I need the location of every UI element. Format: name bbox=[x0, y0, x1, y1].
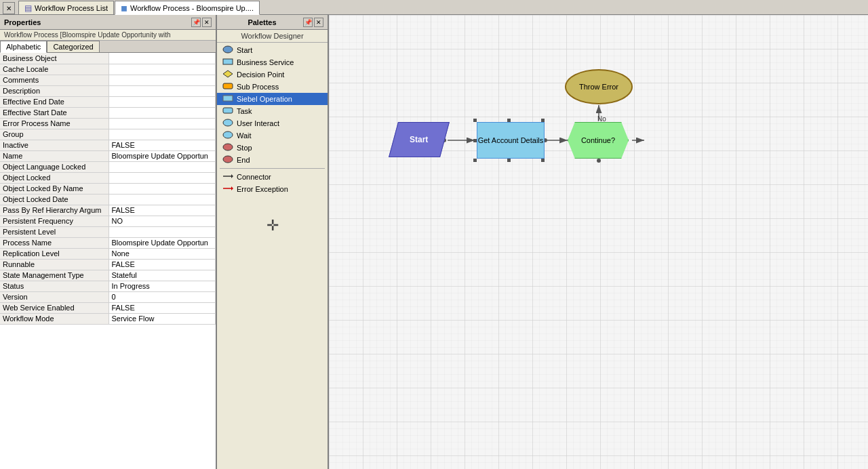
business-service-shape-icon bbox=[222, 58, 233, 67]
tab-workflow-list-label: Workflow Process List bbox=[35, 4, 108, 12]
decision-point-shape-icon bbox=[222, 70, 233, 79]
svg-marker-11 bbox=[231, 174, 233, 178]
palette-item-task[interactable]: Task bbox=[217, 105, 328, 117]
list-icon: ▤ bbox=[24, 3, 32, 13]
palette-item-connector[interactable]: Connector bbox=[217, 171, 328, 183]
table-row: RunnableFALSE bbox=[0, 259, 216, 270]
end-shape-icon bbox=[222, 155, 233, 165]
palette-item-user-interact[interactable]: User Interact bbox=[217, 117, 328, 129]
table-row: Comments bbox=[0, 75, 216, 85]
node-start[interactable]: Start bbox=[389, 122, 450, 157]
properties-close-button[interactable]: ✕ bbox=[202, 18, 212, 27]
table-row: Persistent Level bbox=[0, 226, 216, 237]
wait-shape-icon bbox=[222, 131, 233, 140]
table-row: Object Locked bbox=[0, 172, 216, 183]
table-row: Effective End Date bbox=[0, 96, 216, 107]
wait-palette-label: Wait bbox=[237, 131, 252, 140]
palette-item-stop[interactable]: Stop bbox=[217, 142, 328, 154]
workflow-canvas[interactable]: Start Get Account Details Continue? Thro… bbox=[329, 15, 868, 469]
business-service-palette-label: Business Service bbox=[237, 58, 294, 66]
tab-workflow-list[interactable]: ▤ Workflow Process List bbox=[18, 1, 114, 14]
table-row: Process NameBloomspire Update Opportun bbox=[0, 237, 216, 248]
process-icon: ◼ bbox=[121, 3, 127, 13]
task-palette-label: Task bbox=[237, 107, 252, 115]
svg-point-0 bbox=[223, 46, 233, 53]
table-row: StatusIn Progress bbox=[0, 281, 216, 291]
palette-item-business-service[interactable]: Business Service bbox=[217, 56, 328, 68]
node-get-account[interactable]: Get Account Details bbox=[477, 122, 545, 159]
error-exception-shape-icon bbox=[222, 184, 233, 194]
tab-workflow-process-label: Workflow Process - Bloomspire Up.... bbox=[130, 4, 254, 12]
table-row: Pass By Ref Hierarchy ArgumFALSE bbox=[0, 205, 216, 216]
stop-shape-icon bbox=[222, 143, 233, 152]
table-row: Business Object bbox=[0, 53, 216, 64]
connector-shape-icon bbox=[222, 172, 233, 182]
svg-rect-5 bbox=[223, 108, 233, 113]
table-row: NameBloomspire Update Opportun bbox=[0, 150, 216, 161]
table-row: Effective Start Date bbox=[0, 107, 216, 118]
palette-item-sub-process[interactable]: Sub Process bbox=[217, 81, 328, 93]
svg-point-8 bbox=[223, 144, 233, 150]
table-row: Description bbox=[0, 85, 216, 96]
no-label: No bbox=[597, 115, 606, 123]
siebel-operation-shape-icon bbox=[222, 94, 233, 104]
decision-point-palette-label: Decision Point bbox=[237, 70, 284, 79]
connector-palette-label: Connector bbox=[237, 173, 271, 181]
end-palette-label: End bbox=[237, 156, 250, 164]
svg-rect-3 bbox=[223, 83, 233, 89]
properties-subtitle: Workflow Process [Bloomspire Update Oppo… bbox=[0, 30, 216, 41]
properties-title: Properties bbox=[4, 18, 41, 26]
table-row: Object Locked By Name bbox=[0, 183, 216, 194]
tab-workflow-process[interactable]: ◼ Workflow Process - Bloomspire Up.... bbox=[115, 1, 260, 15]
properties-pin-button[interactable]: 📌 bbox=[191, 18, 201, 27]
palette-item-decision-point[interactable]: Decision Point bbox=[217, 68, 328, 81]
palettes-pin-button[interactable]: 📌 bbox=[303, 18, 313, 27]
siebel-operation-palette-label: Siebel Operation bbox=[237, 95, 292, 103]
table-row: Version0 bbox=[0, 291, 216, 302]
table-row: InactiveFALSE bbox=[0, 140, 216, 150]
table-row: Web Service EnabledFALSE bbox=[0, 302, 216, 313]
palettes-close-button[interactable]: ✕ bbox=[314, 18, 323, 27]
sub-process-palette-label: Sub Process bbox=[237, 83, 279, 91]
svg-marker-2 bbox=[223, 70, 233, 77]
properties-table: Business ObjectCache LocaleCommentsDescr… bbox=[0, 53, 216, 469]
palette-item-wait[interactable]: Wait bbox=[217, 129, 328, 142]
table-row: State Management TypeStateful bbox=[0, 270, 216, 281]
svg-rect-1 bbox=[223, 59, 233, 64]
svg-point-6 bbox=[223, 119, 233, 126]
error-exception-palette-label: Error Exception bbox=[237, 185, 288, 193]
table-row: Workflow ModeService Flow bbox=[0, 313, 216, 324]
palette-item-end[interactable]: End bbox=[217, 154, 328, 166]
node-throw-error-label: Throw Error bbox=[579, 83, 618, 91]
table-row: Error Process Name bbox=[0, 118, 216, 129]
palettes-subtitle: Workflow Designer bbox=[217, 30, 328, 43]
tab-close-button[interactable]: ✕ bbox=[3, 2, 15, 14]
svg-rect-4 bbox=[223, 96, 233, 101]
table-row: Object Language Locked bbox=[0, 161, 216, 172]
node-start-label: Start bbox=[410, 135, 428, 144]
tab-alphabetic[interactable]: Alphabetic bbox=[0, 41, 47, 53]
user-interact-palette-label: User Interact bbox=[237, 119, 279, 127]
node-continue-label: Continue? bbox=[581, 136, 615, 144]
task-shape-icon bbox=[222, 106, 233, 116]
palettes-title: Palettes bbox=[221, 18, 303, 26]
palette-item-error-exception[interactable]: Error Exception bbox=[217, 183, 328, 195]
table-row: Replication LevelNone bbox=[0, 248, 216, 259]
node-continue[interactable]: Continue? bbox=[568, 122, 629, 159]
palette-items-list: StartBusiness ServiceDecision PointSub P… bbox=[217, 43, 328, 197]
user-interact-shape-icon bbox=[222, 119, 233, 128]
palette-item-start[interactable]: Start bbox=[217, 44, 328, 56]
node-throw-error[interactable]: Throw Error bbox=[565, 69, 633, 104]
move-cursor: ✛ bbox=[267, 217, 279, 234]
start-shape-icon bbox=[222, 45, 233, 55]
sub-process-shape-icon bbox=[222, 82, 233, 91]
palette-item-siebel-operation[interactable]: Siebel Operation bbox=[217, 93, 328, 105]
stop-palette-label: Stop bbox=[237, 144, 252, 152]
node-get-account-label: Get Account Details bbox=[478, 136, 544, 145]
start-palette-label: Start bbox=[237, 46, 252, 54]
table-row: Persistent FrequencyNO bbox=[0, 216, 216, 226]
svg-point-9 bbox=[223, 156, 233, 163]
tab-categorized[interactable]: Categorized bbox=[47, 41, 99, 52]
table-row: Group bbox=[0, 129, 216, 140]
svg-marker-13 bbox=[231, 186, 233, 190]
